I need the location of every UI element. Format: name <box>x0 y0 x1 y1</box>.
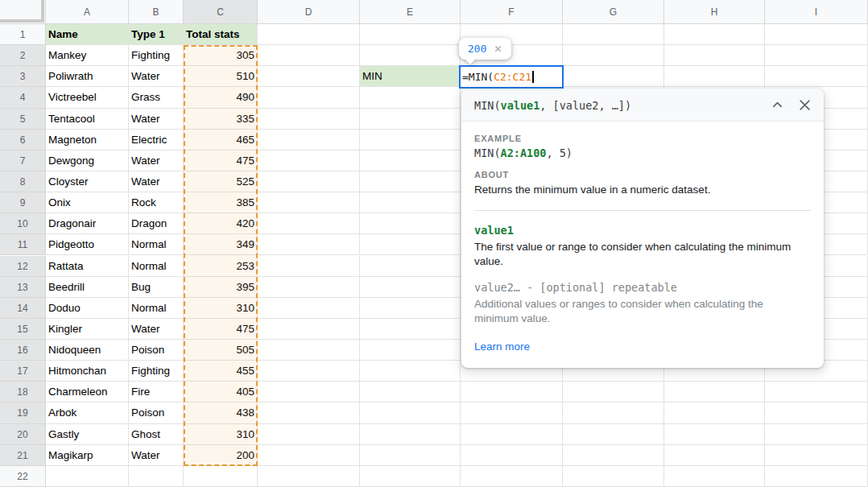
cell-E9[interactable] <box>360 192 461 213</box>
cell-A10[interactable]: Dragonair <box>46 213 129 234</box>
cell-E3[interactable]: MIN <box>360 66 461 87</box>
cell-C22[interactable] <box>184 466 258 487</box>
cell-E4[interactable] <box>360 87 461 108</box>
column-header-I[interactable]: I <box>765 0 868 24</box>
row-header-9[interactable]: 9 <box>0 192 46 213</box>
row-header-11[interactable]: 11 <box>0 234 46 255</box>
row-header-5[interactable]: 5 <box>0 109 46 130</box>
cell-G18[interactable] <box>563 382 664 402</box>
column-header-B[interactable]: B <box>129 0 184 24</box>
cell-E16[interactable] <box>360 340 461 361</box>
cell-D10[interactable] <box>258 213 360 234</box>
dismiss-preview-icon[interactable]: ✕ <box>494 43 502 55</box>
cell-A22[interactable] <box>46 466 129 487</box>
cell-D2[interactable] <box>258 45 360 66</box>
row-header-4[interactable]: 4 <box>0 87 46 108</box>
cell-E2[interactable] <box>360 45 461 66</box>
cell-E1[interactable] <box>360 24 461 45</box>
row-header-8[interactable]: 8 <box>0 171 46 192</box>
cell-I1[interactable] <box>765 24 868 45</box>
cell-C8[interactable]: 525 <box>184 171 258 192</box>
row-header-17[interactable]: 17 <box>0 361 46 382</box>
cell-D11[interactable] <box>258 234 360 255</box>
cell-D22[interactable] <box>258 466 360 487</box>
cell-I19[interactable] <box>765 402 868 423</box>
cell-G21[interactable] <box>563 445 664 466</box>
cell-B7[interactable]: Water <box>129 151 184 171</box>
cell-B6[interactable]: Electric <box>129 130 184 151</box>
column-header-H[interactable]: H <box>664 0 765 24</box>
formula-edit-cell[interactable]: =MIN(C2:C21 <box>459 65 564 89</box>
cell-F19[interactable] <box>461 402 563 423</box>
cell-D16[interactable] <box>258 340 360 361</box>
cell-C4[interactable]: 490 <box>184 87 258 108</box>
cell-G19[interactable] <box>563 402 664 423</box>
cell-B21[interactable]: Water <box>129 445 184 466</box>
cell-D5[interactable] <box>258 109 360 130</box>
cell-E17[interactable] <box>360 361 461 382</box>
cell-F20[interactable] <box>461 424 563 445</box>
cell-E14[interactable] <box>360 298 461 319</box>
cell-I2[interactable] <box>765 45 868 66</box>
cell-B16[interactable]: Poison <box>129 340 184 361</box>
cell-C20[interactable]: 310 <box>184 424 258 445</box>
row-header-19[interactable]: 19 <box>0 402 46 423</box>
cell-A8[interactable]: Cloyster <box>46 171 129 192</box>
cell-H1[interactable] <box>664 24 765 45</box>
cell-C6[interactable]: 465 <box>184 130 258 151</box>
cell-A21[interactable]: Magikarp <box>46 445 129 466</box>
cell-C5[interactable]: 335 <box>184 109 258 130</box>
row-header-6[interactable]: 6 <box>0 130 46 151</box>
cell-D6[interactable] <box>258 130 360 151</box>
cell-G22[interactable] <box>563 466 664 487</box>
column-header-D[interactable]: D <box>258 0 360 24</box>
cell-E10[interactable] <box>360 213 461 234</box>
cell-I22[interactable] <box>765 466 868 487</box>
cell-D9[interactable] <box>258 192 360 213</box>
cell-E7[interactable] <box>360 151 461 171</box>
cell-D17[interactable] <box>258 361 360 382</box>
cell-D19[interactable] <box>258 402 360 423</box>
cell-A6[interactable]: Magneton <box>46 130 129 151</box>
row-header-7[interactable]: 7 <box>0 151 46 171</box>
cell-G3[interactable] <box>563 66 664 87</box>
cell-C10[interactable]: 420 <box>184 213 258 234</box>
cell-C3[interactable]: 510 <box>184 66 258 87</box>
cell-B19[interactable]: Poison <box>129 402 184 423</box>
cell-H19[interactable] <box>664 402 765 423</box>
cell-B15[interactable]: Water <box>129 319 184 340</box>
select-all-corner[interactable] <box>0 0 46 24</box>
cell-A5[interactable]: Tentacool <box>46 109 129 130</box>
row-header-13[interactable]: 13 <box>0 277 46 298</box>
cell-I18[interactable] <box>765 382 868 402</box>
cell-B18[interactable]: Fire <box>129 382 184 402</box>
row-header-10[interactable]: 10 <box>0 213 46 234</box>
cell-H18[interactable] <box>664 382 765 402</box>
cell-D4[interactable] <box>258 87 360 108</box>
cell-I20[interactable] <box>765 424 868 445</box>
cell-B11[interactable]: Normal <box>129 234 184 255</box>
cell-A15[interactable]: Kingler <box>46 319 129 340</box>
cell-H20[interactable] <box>664 424 765 445</box>
cell-C16[interactable]: 505 <box>184 340 258 361</box>
cell-B8[interactable]: Water <box>129 171 184 192</box>
cell-C13[interactable]: 395 <box>184 277 258 298</box>
cell-C18[interactable]: 405 <box>184 382 258 402</box>
cell-E18[interactable] <box>360 382 461 402</box>
cell-C21[interactable]: 200 <box>184 445 258 466</box>
cell-B2[interactable]: Fighting <box>129 45 184 66</box>
cell-A20[interactable]: Gastly <box>46 424 129 445</box>
cell-F18[interactable] <box>461 382 563 402</box>
cell-A13[interactable]: Beedrill <box>46 277 129 298</box>
row-header-20[interactable]: 20 <box>0 424 46 445</box>
cell-B3[interactable]: Water <box>129 66 184 87</box>
cell-D1[interactable] <box>258 24 360 45</box>
cell-C7[interactable]: 475 <box>184 151 258 171</box>
cell-A3[interactable]: Poliwrath <box>46 66 129 87</box>
cell-A9[interactable]: Onix <box>46 192 129 213</box>
row-header-16[interactable]: 16 <box>0 340 46 361</box>
cell-E22[interactable] <box>360 466 461 487</box>
row-header-22[interactable]: 22 <box>0 466 46 487</box>
cell-A7[interactable]: Dewgong <box>46 151 129 171</box>
cell-B13[interactable]: Bug <box>129 277 184 298</box>
